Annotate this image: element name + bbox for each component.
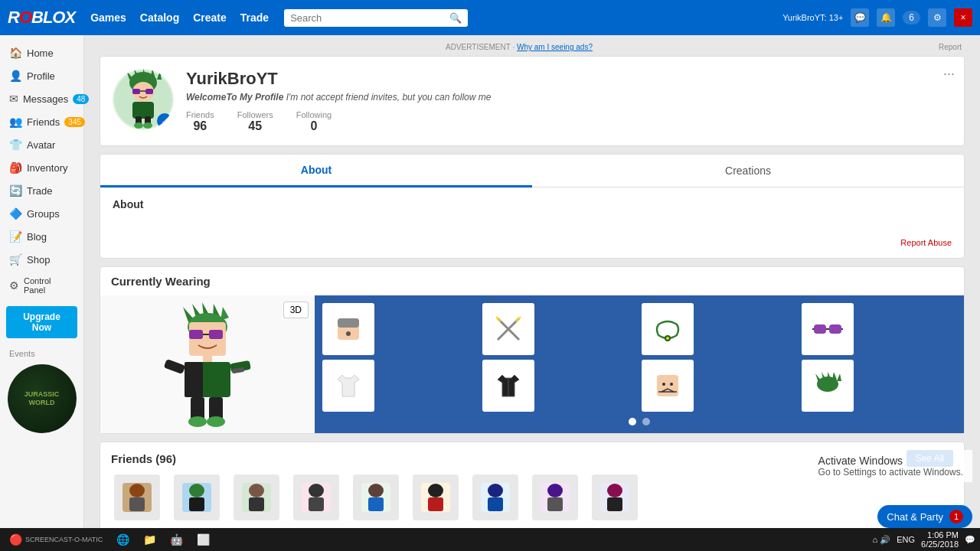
- sidebar-item-profile[interactable]: 👤 Profile: [0, 64, 83, 87]
- friend-item-5[interactable]: [350, 474, 402, 523]
- svg-point-15: [143, 122, 152, 129]
- friend-item-3[interactable]: [230, 474, 283, 523]
- report-ad-link[interactable]: Report: [939, 43, 962, 51]
- topbar-notifications-icon[interactable]: 🔔: [877, 8, 895, 27]
- sidebar: 🏠 Home 👤 Profile ✉ Messages 48 👥 Friends…: [0, 35, 84, 528]
- search-input[interactable]: [290, 12, 445, 24]
- tab-creations[interactable]: Creations: [532, 155, 964, 187]
- topbar-nav: Games Catalog Create Trade: [90, 11, 269, 24]
- btn-3d[interactable]: 3D: [283, 302, 309, 318]
- search-icon[interactable]: 🔍: [449, 12, 462, 24]
- friend-item-1[interactable]: [111, 474, 163, 523]
- jurassic-world-event[interactable]: JURASSICWORLD: [8, 364, 77, 433]
- sidebar-item-blog[interactable]: 📝 Blog: [0, 225, 83, 248]
- item-cell-swords[interactable]: [482, 303, 534, 355]
- activate-windows-subtitle: Go to Settings to activate Windows.: [818, 467, 963, 478]
- nav-catalog[interactable]: Catalog: [140, 11, 179, 24]
- sidebar-item-control-panel[interactable]: ⚙ Control Panel: [0, 271, 83, 300]
- item-cell-glasses[interactable]: [802, 303, 854, 355]
- item-cell-face[interactable]: [642, 360, 694, 412]
- messages-badge: 48: [73, 94, 89, 104]
- dot-2[interactable]: [642, 418, 650, 425]
- friends-icon: 👥: [9, 116, 22, 128]
- inventory-icon: 🎒: [9, 161, 22, 174]
- profile-info: YurikBroYT WelcomeTo My Profile I'm not …: [186, 69, 952, 133]
- taskbar-notification-icon[interactable]: 💬: [965, 535, 975, 545]
- profile-more-menu[interactable]: ···: [943, 66, 955, 82]
- friend-item-6[interactable]: [410, 474, 462, 523]
- topbar-chat-icon[interactable]: 💬: [851, 8, 869, 27]
- item-cell-necklace[interactable]: [642, 303, 694, 355]
- sidebar-item-inventory[interactable]: 🎒 Inventory: [0, 156, 83, 179]
- friend-avatar-1: [114, 474, 160, 520]
- svg-point-71: [309, 484, 324, 497]
- nav-games[interactable]: Games: [90, 11, 126, 24]
- svg-rect-8: [132, 89, 140, 94]
- item-cell-shirt[interactable]: [322, 360, 374, 412]
- item-cell-jacket[interactable]: [482, 360, 534, 412]
- svg-point-14: [134, 122, 143, 129]
- friend-avatar-8: [532, 474, 578, 520]
- friend-item-8[interactable]: [529, 474, 581, 523]
- nav-create[interactable]: Create: [193, 11, 227, 24]
- friend-avatar-7: [472, 474, 518, 520]
- taskbar-robot[interactable]: 🤖: [165, 532, 188, 547]
- item-cell-hair[interactable]: [802, 360, 854, 412]
- robot-icon: 🤖: [170, 533, 183, 546]
- sidebar-item-messages[interactable]: ✉ Messages 48: [0, 87, 83, 110]
- taskbar-empty[interactable]: ⬜: [192, 532, 214, 547]
- chrome-icon: 🌐: [116, 533, 129, 546]
- profile-avatar: ✓: [113, 69, 174, 130]
- stat-following: Following 0: [296, 110, 332, 133]
- svg-rect-81: [488, 497, 503, 511]
- currently-wearing-section: Currently Wearing 3D: [100, 266, 965, 434]
- roblox-logo[interactable]: ROBLOX: [8, 8, 75, 28]
- tab-about[interactable]: About: [100, 155, 532, 187]
- taskbar-time: 1:06 PM 6/25/2018: [921, 530, 959, 549]
- why-ads-link[interactable]: Why am I seeing ads?: [517, 43, 593, 51]
- about-title: About: [113, 198, 952, 210]
- sidebar-item-groups[interactable]: 🔷 Groups: [0, 202, 83, 225]
- svg-point-80: [488, 484, 503, 497]
- friend-item-9[interactable]: [589, 474, 641, 523]
- svg-point-74: [368, 484, 384, 497]
- item-cell-head[interactable]: [322, 303, 374, 355]
- dot-1[interactable]: [629, 418, 636, 425]
- friend-item-4[interactable]: [290, 474, 342, 523]
- bio-italic: WelcomeTo My Profile: [186, 92, 283, 103]
- svg-point-52: [662, 383, 665, 386]
- avatar-verified-badge: ✓: [157, 113, 172, 129]
- messages-icon: ✉: [9, 93, 18, 105]
- report-abuse-link[interactable]: Report Abuse: [113, 238, 952, 247]
- chat-party-button[interactable]: Chat & Party 1: [877, 505, 972, 528]
- taskbar-chrome[interactable]: 🌐: [112, 532, 134, 547]
- friend-item-2[interactable]: [171, 474, 223, 523]
- robux-count[interactable]: 6: [903, 11, 920, 24]
- taskbar-explorer[interactable]: 📁: [139, 532, 161, 547]
- upgrade-now-button[interactable]: Upgrade Now: [6, 306, 77, 338]
- svg-point-62: [129, 484, 145, 497]
- friend-avatar-3: [234, 474, 279, 520]
- groups-icon: 🔷: [9, 207, 22, 220]
- friend-avatar-6: [413, 474, 459, 520]
- svg-rect-9: [145, 89, 153, 94]
- svg-point-34: [188, 416, 207, 427]
- nav-trade[interactable]: Trade: [240, 11, 269, 24]
- friend-item-7[interactable]: [469, 474, 521, 523]
- svg-rect-63: [129, 497, 145, 511]
- chat-party-label: Chat & Party: [887, 511, 943, 523]
- profile-name: YurikBroYT: [186, 69, 952, 89]
- sidebar-item-friends[interactable]: 👥 Friends 345: [0, 110, 83, 133]
- sidebar-item-shop[interactable]: 🛒 Shop: [0, 248, 83, 271]
- items-grid: [322, 303, 956, 412]
- taskbar-screencast[interactable]: 🔴 SCREENCAST-O-MATIC: [5, 532, 107, 547]
- sidebar-item-trade[interactable]: 🔄 Trade: [0, 179, 83, 202]
- svg-point-65: [189, 484, 204, 497]
- friend-avatar-4: [293, 474, 339, 520]
- svg-point-83: [547, 484, 563, 497]
- sidebar-item-avatar[interactable]: 👕 Avatar: [0, 133, 83, 156]
- topbar-settings-icon[interactable]: ⚙: [928, 8, 946, 27]
- topbar-red-button[interactable]: ×: [954, 8, 972, 27]
- sidebar-item-home[interactable]: 🏠 Home: [0, 41, 83, 64]
- topbar-right: YurikBroYT: 13+ 💬 🔔 6 ⚙ ×: [782, 8, 972, 27]
